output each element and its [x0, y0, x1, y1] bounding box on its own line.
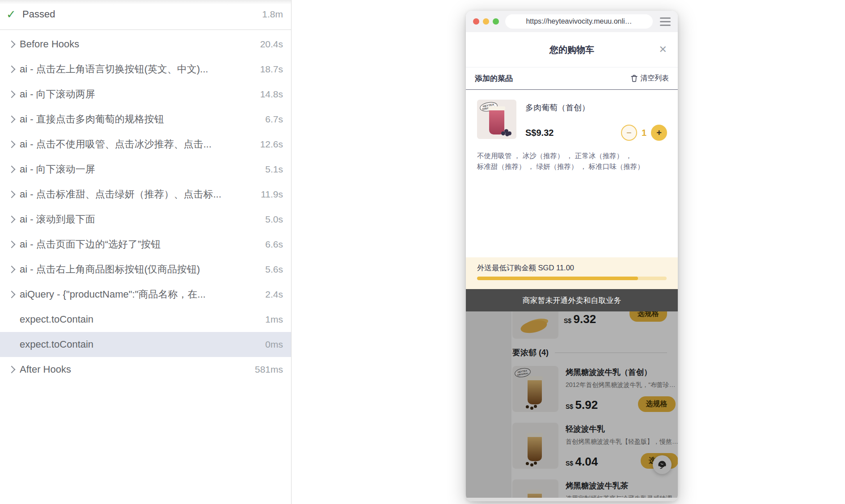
test-step-row[interactable]: ai - 点击不使用吸管、点击冰沙推荐、点击... 12.6s: [0, 132, 291, 157]
quantity-stepper: − 1 +: [621, 125, 667, 141]
test-step-label: ai - 向下滚动两屏: [20, 88, 254, 101]
test-step-row[interactable]: expect.toContain 0ms: [0, 332, 291, 357]
merchant-notice-banner: 商家暂未开通外卖和自取业务: [466, 289, 678, 311]
options-line-2: 标准甜（推荐） ， 绿妍（推荐） ， 标准口味（推荐）: [477, 161, 669, 172]
test-step-duration: 5.1s: [265, 164, 283, 175]
test-step-label: ai - 点击右上角商品图标按钮(仅商品按钮): [20, 263, 259, 276]
grapes-decor: [501, 127, 513, 135]
merchant-notice-text: 商家暂未开通外卖和自取业务: [523, 295, 621, 306]
test-step-label: ai - 点击左上角语言切换按钮(英文、中文)...: [20, 63, 254, 76]
test-step-label: ai - 点击页面下边的“选好了”按钮: [20, 238, 259, 251]
test-step-duration: 6.6s: [265, 239, 283, 250]
test-step-label: After Hooks: [20, 364, 249, 375]
cart-item-row: HEYTEA ORIGINAL 多肉葡萄（首创） S$9.32 − 1 +: [466, 90, 678, 139]
test-step-list: Before Hooks 20.4s ai - 点击左上角语言切换按钮(英文、中…: [0, 32, 291, 382]
increase-quantity-button[interactable]: +: [651, 125, 667, 141]
menu-hamburger-icon[interactable]: [660, 17, 671, 26]
test-step-label: ai - 滚动到最下面: [20, 213, 259, 226]
test-step-duration: 581ms: [255, 364, 283, 375]
close-icon[interactable]: ✕: [659, 44, 667, 55]
min-order-progress-track: [477, 277, 667, 280]
clear-cart-button[interactable]: 清空列表: [631, 74, 669, 83]
cart-section-title: 添加的菜品: [475, 73, 631, 84]
test-step-row[interactable]: ai - 点击右上角商品图标按钮(仅商品按钮) 5.6s: [0, 257, 291, 282]
browser-chrome: https://heyteavivocity.meuu.onli…: [466, 11, 678, 32]
test-step-label: Before Hooks: [20, 38, 254, 50]
test-step-duration: 20.4s: [260, 39, 283, 50]
dimmed-menu-page: S$ 9.32 选规格 要浓郁 (4) HEYTEA ORIGINAL: [466, 311, 678, 498]
test-step-duration: 14.8s: [260, 89, 283, 100]
test-step-duration: 0ms: [265, 339, 283, 350]
test-step-duration: 6.7s: [265, 114, 283, 125]
cart-section-row: 添加的菜品 清空列表: [466, 67, 678, 89]
cart-item-name: 多肉葡萄（首创）: [525, 102, 669, 113]
test-step-label: ai - 点击不使用吸管、点击冰沙推荐、点击...: [20, 138, 254, 151]
cart-item-main: 多肉葡萄（首创） S$9.32 − 1 +: [525, 100, 669, 139]
url-bar[interactable]: https://heyteavivocity.meuu.onli…: [505, 14, 653, 29]
test-step-duration: 5.6s: [265, 264, 283, 275]
test-step-label: ai - 直接点击多肉葡萄的规格按钮: [20, 113, 259, 126]
test-step-row[interactable]: ai - 点击标准甜、点击绿妍（推荐）、点击标... 11.9s: [0, 182, 291, 207]
cart-title: 您的购物车: [549, 44, 594, 56]
test-step-row[interactable]: Before Hooks 20.4s: [0, 32, 291, 57]
report-stage: https://heyteavivocity.meuu.onli… 您的购物车 …: [292, 0, 845, 504]
min-order-text: 外送最低订购金额 SGD 11.00: [466, 257, 678, 273]
panel-divider: [0, 29, 291, 30]
cart-titlebar: 您的购物车 ✕: [466, 32, 678, 67]
modal-dim-overlay[interactable]: [466, 311, 678, 498]
min-order-banner: 外送最低订购金额 SGD 11.00: [466, 257, 678, 289]
test-step-row[interactable]: aiQuery - {"productName":"商品名称，在... 2.4s: [0, 282, 291, 307]
close-traffic-light[interactable]: [473, 18, 479, 25]
zoom-traffic-light[interactable]: [493, 18, 499, 25]
test-step-row[interactable]: ai - 向下滚动一屏 5.1s: [0, 157, 291, 182]
test-step-duration: 11.9s: [261, 189, 283, 200]
test-step-row[interactable]: ai - 直接点击多肉葡萄的规格按钮 6.7s: [0, 107, 291, 132]
test-result-duration: 1.8m: [262, 9, 283, 20]
test-step-label: ai - 点击标准甜、点击绿妍（推荐）、点击标...: [20, 188, 254, 201]
trash-icon: [631, 75, 638, 82]
phone-emulator-window: https://heyteavivocity.meuu.onli… 您的购物车 …: [466, 11, 678, 501]
test-step-label: aiQuery - {"productName":"商品名称，在...: [20, 288, 259, 301]
test-step-row[interactable]: ai - 滚动到最下面 5.0s: [0, 207, 291, 232]
test-step-duration: 18.7s: [260, 64, 283, 75]
minimize-traffic-light[interactable]: [483, 18, 489, 25]
phone-bottom-bar: [466, 498, 678, 501]
test-result-row[interactable]: ✓ Passed 1.8m: [0, 0, 291, 29]
url-text: https://heyteavivocity.meuu.onli…: [526, 17, 632, 25]
test-step-row[interactable]: ai - 向下滚动两屏 14.8s: [0, 82, 291, 107]
test-step-label: ai - 向下滚动一屏: [20, 163, 259, 176]
cart-item-price: S$9.32: [525, 128, 553, 138]
test-step-row[interactable]: ai - 点击左上角语言切换按钮(英文、中文)... 18.7s: [0, 57, 291, 82]
test-step-duration: 12.6s: [260, 139, 283, 150]
test-step-duration: 2.4s: [265, 289, 283, 300]
quantity-value: 1: [642, 128, 646, 138]
cart-item-image: HEYTEA ORIGINAL: [477, 100, 516, 139]
test-step-duration: 1ms: [265, 314, 283, 325]
test-steps-panel: ✓ Passed 1.8m Before Hooks 20.4s ai - 点击…: [0, 0, 292, 504]
cart-item-options: 不使用吸管 ， 冰沙（推荐） ， 正常冰（推荐） ， 标准甜（推荐） ， 绿妍（…: [466, 139, 678, 172]
test-step-row[interactable]: ai - 点击页面下边的“选好了”按钮 6.6s: [0, 232, 291, 257]
test-step-row[interactable]: After Hooks 581ms: [0, 357, 291, 382]
traffic-lights: [473, 18, 499, 25]
check-icon: ✓: [6, 8, 20, 21]
test-step-label: expect.toContain: [20, 339, 259, 350]
test-step-label: expect.toContain: [20, 314, 259, 325]
progress-fill: [477, 277, 638, 280]
test-step-duration: 5.0s: [265, 214, 283, 225]
test-result-label: Passed: [22, 8, 256, 20]
test-step-row[interactable]: expect.toContain 1ms: [0, 307, 291, 332]
options-line-1: 不使用吸管 ， 冰沙（推荐） ， 正常冰（推荐） ，: [477, 151, 669, 161]
screenshot-canvas: ✓ Passed 1.8m Before Hooks 20.4s ai - 点击…: [0, 0, 845, 504]
clear-cart-label: 清空列表: [640, 74, 669, 83]
decrease-quantity-button[interactable]: −: [621, 125, 637, 141]
